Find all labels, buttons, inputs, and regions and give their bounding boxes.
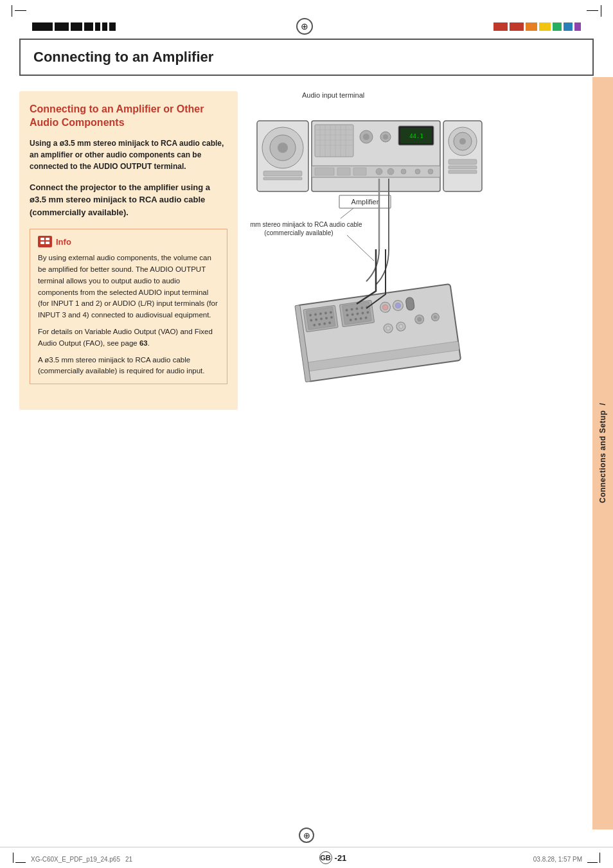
svg-rect-43 [449,166,477,169]
svg-line-47 [341,208,353,218]
country-code: GB [319,851,332,864]
svg-rect-30 [315,168,334,175]
left-column: Connecting to an Amplifier or Other Audi… [19,91,238,410]
subtitle-text: Using a ø3.5 mm stereo minijack to RCA a… [30,137,227,172]
info-icon [38,236,52,247]
svg-rect-3 [46,242,49,244]
footer-filename: XG-C60X_E_PDF_p19_24.p65 [31,856,120,863]
sidebar-label: Connections and Setup / [598,403,607,503]
svg-rect-2 [40,242,44,244]
svg-point-33 [376,168,382,175]
section-heading: Connecting to an Amplifier or Other Audi… [30,103,227,130]
svg-point-36 [415,169,420,174]
info-paragraph-2: For details on Variable Audio Output (VA… [38,326,219,350]
svg-point-23 [363,134,369,140]
svg-line-100 [347,235,374,261]
footer-page-raw: 21 [125,856,132,863]
svg-rect-8 [263,171,302,176]
svg-rect-31 [337,168,350,175]
info-title: Info [56,237,71,247]
svg-point-34 [387,168,394,175]
svg-rect-1 [46,238,49,240]
svg-point-7 [278,143,288,153]
svg-point-25 [383,134,388,139]
svg-point-37 [428,169,433,174]
svg-text:ø3.5 mm stereo minijack to RCA: ø3.5 mm stereo minijack to RCA audio cab… [251,221,362,228]
svg-rect-0 [40,238,44,240]
page-title: Connecting to an Amplifier [33,49,580,66]
right-sidebar: Connections and Setup / [592,77,613,829]
page-number: -21 [335,853,347,863]
info-paragraph-3: A ø3.5 mm stereo minijack to RCA audio c… [38,355,219,378]
svg-rect-11 [315,125,353,157]
page-link: 63 [139,339,148,347]
svg-text:44.1: 44.1 [409,133,423,139]
svg-point-41 [459,138,466,145]
connection-diagram: 44.1 Ampl [251,102,488,410]
info-paragraph-1: By using external audio components, the … [38,252,219,321]
right-column: Audio input terminal [251,91,594,410]
svg-point-35 [401,169,406,174]
audio-input-label: Audio input terminal [302,91,594,99]
bottom-compass: ⊕ [299,828,314,843]
compass-circle: ⊕ [296,18,313,35]
info-box: Info By using external audio components,… [30,229,227,384]
footer-date: 03.8.28, 1:57 PM [533,856,582,863]
svg-rect-44 [449,170,477,173]
svg-text:Amplifier: Amplifier [351,198,379,206]
page-title-box: Connecting to an Amplifier [19,39,594,76]
connect-instruction: Connect the projector to the amplifier u… [30,181,227,219]
svg-text:(commercially available): (commercially available) [264,229,333,236]
svg-rect-42 [449,159,477,164]
svg-rect-9 [263,177,302,180]
page-number-area: GB -21 [319,851,347,864]
svg-rect-32 [353,168,366,175]
